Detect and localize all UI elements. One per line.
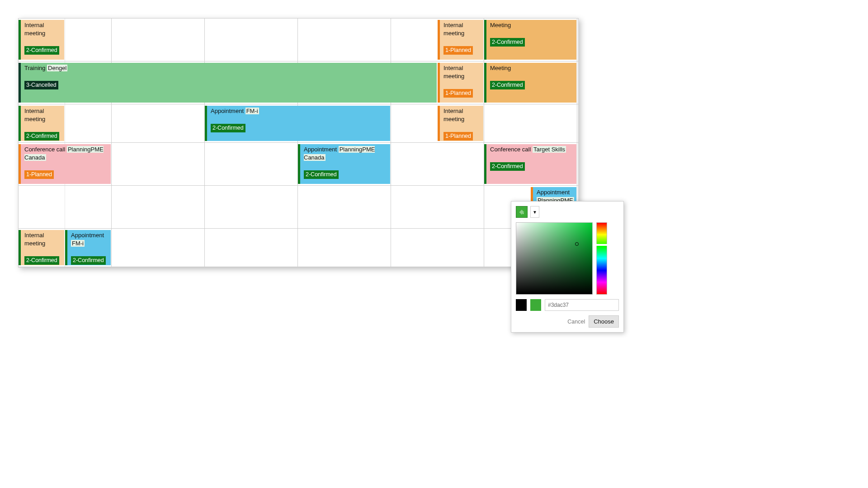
calendar-event[interactable]: Internal meeting1-Planned <box>438 106 483 141</box>
event-detail: Dengel <box>47 65 67 71</box>
event-detail: FM-i <box>71 240 85 247</box>
status-badge: 2-Confirmed <box>304 170 339 179</box>
event-title: Appointment <box>211 108 244 114</box>
event-title-line: Appointment FM-i <box>71 231 108 247</box>
status-badge: 2-Confirmed <box>490 38 525 47</box>
scheduler-grid[interactable]: Internal meeting2-ConfirmedInternal meet… <box>18 18 579 267</box>
event-title: Internal meeting <box>24 108 45 122</box>
event-title: Internal meeting <box>443 65 464 80</box>
calendar-event[interactable]: Internal meeting2-Confirmed <box>19 106 64 141</box>
paint-bucket-icon <box>519 209 525 215</box>
calendar-event[interactable]: Appointment FM-i2-Confirmed <box>65 230 111 265</box>
status-badge: 2-Confirmed <box>24 46 59 55</box>
satval-cursor[interactable] <box>575 242 579 246</box>
scheduler-row[interactable]: Internal meeting2-ConfirmedAppointment F… <box>19 229 578 267</box>
event-title: Internal meeting <box>443 108 464 122</box>
event-title-line: Meeting <box>490 64 574 72</box>
color-picker-popup: ▼ Cancel Choose <box>511 201 624 286</box>
event-title: Appointment <box>71 232 104 239</box>
event-title-line: Internal meeting <box>24 107 62 123</box>
event-title: Internal meeting <box>24 22 45 37</box>
status-badge: 2-Confirmed <box>24 132 59 141</box>
status-badge: 2-Confirmed <box>24 256 59 265</box>
status-badge: 3-Cancelled <box>24 81 58 89</box>
paint-bucket-button[interactable] <box>516 206 528 218</box>
calendar-event[interactable]: Meeting2-Confirmed <box>484 63 576 103</box>
event-title-line: Internal meeting <box>443 107 481 123</box>
event-title: Appointment <box>304 146 337 153</box>
event-title-line: Meeting <box>490 21 574 29</box>
calendar-event[interactable]: Internal meeting2-Confirmed <box>19 20 64 60</box>
status-badge: 2-Confirmed <box>490 81 525 89</box>
calendar-event[interactable]: Conference call PlanningPME Canada1-Plan… <box>19 144 111 184</box>
event-detail: FM-i <box>245 108 259 114</box>
calendar-event[interactable]: Internal meeting2-Confirmed <box>19 230 64 265</box>
event-title: Training <box>24 65 45 71</box>
calendar-event[interactable]: Appointment PlanningPME Canada2-Confirme… <box>298 144 390 184</box>
hue-cursor[interactable] <box>595 244 608 246</box>
scheduler-row[interactable]: Appointment PlanningPME <box>19 186 578 229</box>
event-title-line: Training Dengel <box>24 64 434 72</box>
status-badge: 2-Confirmed <box>211 124 245 132</box>
status-badge: 1-Planned <box>24 170 54 179</box>
calendar-event[interactable]: Internal meeting1-Planned <box>438 20 483 60</box>
status-badge: 2-Confirmed <box>490 162 525 171</box>
event-title: Appointment <box>537 189 570 196</box>
calendar-event[interactable]: Appointment FM-i2-Confirmed <box>205 106 390 141</box>
event-title-line: Conference call PlanningPME Canada <box>24 145 108 161</box>
status-badge: 1-Planned <box>443 132 473 141</box>
event-title: Internal meeting <box>443 22 464 37</box>
scheduler-row[interactable]: Conference call PlanningPME Canada1-Plan… <box>19 143 578 186</box>
event-title: Meeting <box>490 22 511 28</box>
status-badge: 1-Planned <box>443 89 473 98</box>
event-title: Internal meeting <box>24 232 45 247</box>
color-dropdown-toggle[interactable]: ▼ <box>530 206 539 218</box>
calendar-event[interactable]: Internal meeting1-Planned <box>438 63 483 103</box>
event-detail: Target Skills <box>533 146 566 153</box>
saturation-value-area[interactable] <box>516 222 593 286</box>
scheduler-row[interactable]: Internal meeting2-ConfirmedInternal meet… <box>19 19 578 61</box>
calendar-event[interactable]: Conference call Target Skills2-Confirmed <box>484 144 576 184</box>
event-title-line: Appointment FM-i <box>211 107 388 115</box>
event-title: Meeting <box>490 65 511 71</box>
event-title-line: Internal meeting <box>24 231 62 247</box>
event-title-line: Appointment PlanningPME Canada <box>304 145 388 161</box>
event-title: Conference call <box>24 146 65 153</box>
status-badge: 2-Confirmed <box>71 256 106 265</box>
calendar-event[interactable]: Training Dengel3-Cancelled <box>19 63 437 103</box>
scheduler-row[interactable]: Internal meeting2-ConfirmedAppointment F… <box>19 104 578 143</box>
scheduler-row[interactable]: Training Dengel3-CancelledInternal meeti… <box>19 61 578 104</box>
event-title: Conference call <box>490 146 531 153</box>
event-title-line: Internal meeting <box>24 21 62 37</box>
status-badge: 1-Planned <box>443 46 473 55</box>
event-title-line: Internal meeting <box>443 64 481 80</box>
calendar-event[interactable]: Meeting2-Confirmed <box>484 20 576 60</box>
chevron-down-icon: ▼ <box>533 210 537 215</box>
event-title-line: Internal meeting <box>443 21 481 37</box>
event-title-line: Conference call Target Skills <box>490 145 574 154</box>
hue-slider[interactable] <box>596 222 607 286</box>
